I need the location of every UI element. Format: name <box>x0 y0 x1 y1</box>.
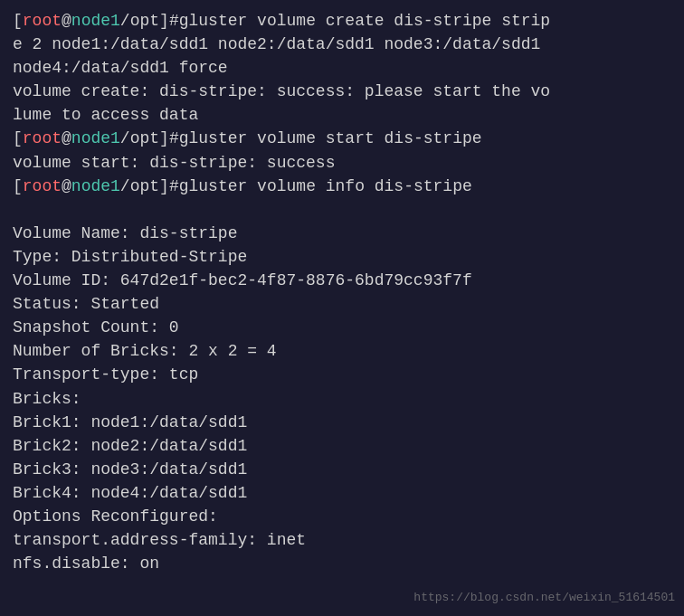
terminal-line: Brick1: node1:/data/sdd1 <box>13 411 671 434</box>
prompt-node: node1 <box>71 129 120 147</box>
terminal-line: Number of Bricks: 2 x 2 = 4 <box>13 339 671 363</box>
prompt-root: root <box>23 129 62 147</box>
terminal-line: Brick4: node4:/data/sdd1 <box>13 481 671 505</box>
command-text: gluster volume info dis-stripe <box>179 177 472 195</box>
prompt-root: root <box>23 177 62 195</box>
terminal-line: volume create: dis-stripe: success: plea… <box>13 80 671 103</box>
terminal-line: nfs.disable: on <box>13 552 671 575</box>
terminal-line: Status: Started <box>13 292 671 316</box>
prompt-root: root <box>23 12 62 30</box>
command-text: gluster volume create dis-stripe strip <box>179 12 550 30</box>
prompt-open-bracket: [ <box>13 12 23 30</box>
terminal-line: Brick2: node2:/data/sdd1 <box>13 434 671 458</box>
terminal-line: Volume Name: dis-stripe <box>13 222 671 245</box>
prompt-open-bracket: [ <box>13 177 23 195</box>
prompt-hash: # <box>169 177 179 195</box>
terminal-line: Type: Distributed-Stripe <box>13 245 671 269</box>
terminal-line: Options Reconfigured: <box>13 505 671 528</box>
prompt-close-bracket: ] <box>159 177 169 195</box>
prompt-at: @ <box>62 129 71 147</box>
terminal-window: [root@node1/opt]#gluster volume create d… <box>0 0 684 616</box>
prompt-close-bracket: ] <box>159 12 169 30</box>
prompt-node: node1 <box>71 12 120 30</box>
watermark: https://blog.csdn.net/weixin_51614501 <box>413 590 675 607</box>
terminal-line: volume start: dis-stripe: success <box>13 151 671 175</box>
terminal-line: e 2 node1:/data/sdd1 node2:/data/sdd1 no… <box>13 33 671 56</box>
prompt-open-bracket: [ <box>13 129 23 147</box>
terminal-line: [root@node1/opt]#gluster volume create d… <box>13 9 671 33</box>
terminal-line: lume to access data <box>13 103 671 127</box>
terminal-line-empty <box>13 198 671 222</box>
terminal-line: transport.address-family: inet <box>13 528 671 552</box>
terminal-line: Transport-type: tcp <box>13 363 671 386</box>
prompt-node: node1 <box>71 177 120 195</box>
command-text: gluster volume start dis-stripe <box>179 129 482 147</box>
prompt-hash: # <box>169 12 179 30</box>
prompt-at: @ <box>62 12 71 30</box>
prompt-path: /opt <box>120 12 159 30</box>
prompt-path: /opt <box>120 129 159 147</box>
terminal-line: Bricks: <box>13 387 671 411</box>
terminal-line: Brick3: node3:/data/sdd1 <box>13 458 671 481</box>
prompt-at: @ <box>62 177 71 195</box>
terminal-line: [root@node1/opt]#gluster volume info dis… <box>13 175 671 198</box>
terminal-line: node4:/data/sdd1 force <box>13 56 671 80</box>
prompt-close-bracket: ] <box>159 129 169 147</box>
terminal-line: [root@node1/opt]#gluster volume start di… <box>13 127 671 150</box>
terminal-line: Snapshot Count: 0 <box>13 316 671 339</box>
prompt-hash: # <box>169 129 179 147</box>
prompt-path: /opt <box>120 177 159 195</box>
terminal-line: Volume ID: 647d2e1f-bec2-4f87-8876-6bd79… <box>13 269 671 292</box>
